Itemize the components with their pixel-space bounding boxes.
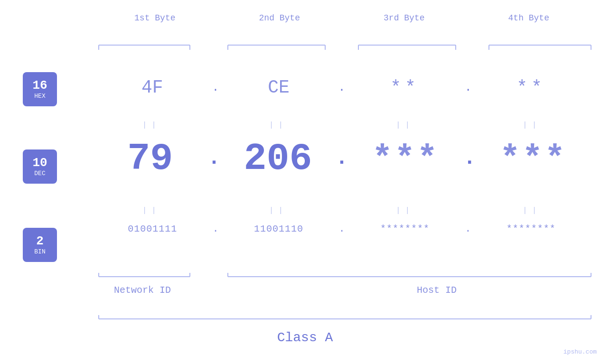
dec-val-2: 206 <box>220 140 336 178</box>
dec-val-3: *** <box>348 142 463 176</box>
dec-dot-1: . <box>208 146 220 172</box>
hex-badge-number: 16 <box>32 79 47 93</box>
hex-dot-3: . <box>465 81 471 94</box>
col-header-3: 3rd Byte <box>342 13 467 23</box>
dec-badge-number: 10 <box>32 156 47 170</box>
bin-val-2: 11001110 <box>219 224 339 234</box>
eq-row-2: || || || || <box>93 206 591 215</box>
dec-badge: 10 DEC <box>23 149 57 184</box>
hex-badge-label: HEX <box>34 93 45 100</box>
hex-val-4: ** <box>471 77 591 98</box>
bin-badge-number: 2 <box>36 234 44 248</box>
eq-2-3: || <box>346 206 464 215</box>
eq-row-1: || || || || <box>93 121 591 130</box>
bracket-lines <box>0 0 610 364</box>
bin-val-3: ******** <box>345 224 465 234</box>
bin-dot-1: . <box>213 223 219 235</box>
hex-val-2: CE <box>219 77 338 98</box>
bin-dot-3: . <box>465 223 471 235</box>
dec-val-1: 79 <box>93 140 208 178</box>
hex-row: 4F . CE . ** . ** <box>93 77 591 98</box>
hex-val-3: ** <box>345 77 465 98</box>
eq-1-4: || <box>473 121 591 130</box>
eq-2-1: || <box>93 206 211 215</box>
bin-dot-2: . <box>338 223 345 235</box>
bin-val-4: ******** <box>471 224 591 234</box>
column-headers: 1st Byte 2nd Byte 3rd Byte 4th Byte <box>93 13 591 23</box>
eq-2-2: || <box>219 206 338 215</box>
dec-val-4: *** <box>476 142 591 176</box>
hex-dot-2: . <box>338 81 345 94</box>
col-header-1: 1st Byte <box>93 13 217 23</box>
eq-1-2: || <box>219 121 338 130</box>
col-header-2: 2nd Byte <box>217 13 342 23</box>
eq-1-1: || <box>93 121 211 130</box>
eq-1-3: || <box>346 121 464 130</box>
hex-val-1: 4F <box>93 77 212 98</box>
hex-badge: 16 HEX <box>23 72 57 106</box>
host-id-label: Host ID <box>280 285 593 296</box>
main-container: 16 HEX 10 DEC 2 BIN 1st Byte 2nd Byte 3r… <box>0 0 610 364</box>
bin-badge-label: BIN <box>34 248 45 255</box>
dec-badge-label: DEC <box>34 170 45 177</box>
class-label: Class A <box>0 330 610 345</box>
dec-row: 79 . 206 . *** . *** <box>93 140 591 178</box>
bin-badge: 2 BIN <box>23 228 57 262</box>
dec-dot-2: . <box>336 146 348 172</box>
col-header-4: 4th Byte <box>467 13 591 23</box>
bin-val-1: 01001111 <box>93 224 213 234</box>
bin-row: 01001111 . 11001110 . ******** . *******… <box>93 223 591 235</box>
eq-2-4: || <box>473 206 591 215</box>
watermark: ipshu.com <box>563 348 597 355</box>
network-id-label: Network ID <box>93 285 192 296</box>
hex-dot-1: . <box>212 81 219 94</box>
dec-dot-3: . <box>463 146 476 172</box>
